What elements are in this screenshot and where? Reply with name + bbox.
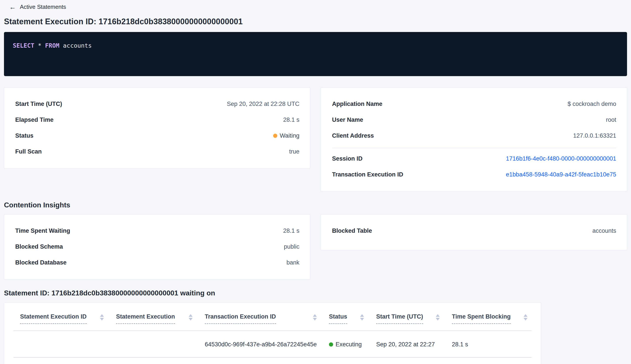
info-row-session-id: Session ID 1716b1f6-4e0c-f480-0000-00000…: [332, 155, 616, 162]
status-value: Waiting: [280, 132, 300, 140]
blocked-schema-label: Blocked Schema: [15, 243, 63, 250]
card-divider: [332, 148, 616, 148]
info-row-blocked-table: Blocked Table accounts: [332, 227, 616, 234]
full-scan-value: true: [289, 148, 300, 155]
elapsed-time-value: 28.1 s: [283, 116, 300, 124]
blocked-table-label: Blocked Table: [332, 227, 372, 234]
transaction-execution-id-label: Transaction Execution ID: [332, 171, 403, 178]
execution-summary-card: Start Time (UTC) Sep 20, 2022 at 22:28 U…: [4, 88, 310, 168]
back-arrow-icon: ←: [9, 4, 16, 10]
statement-execution-details-page: ← Active Statements Statement Execution …: [0, 0, 631, 364]
blocked-table-value: accounts: [592, 227, 616, 234]
sort-arrows-icon: [313, 313, 317, 320]
column-header-status[interactable]: Status: [329, 313, 376, 324]
column-header-start-time[interactable]: Start Time (UTC): [376, 313, 452, 324]
breadcrumb: ← Active Statements: [4, 0, 627, 10]
sql-statement-box: SELECT * FROM accounts: [4, 32, 627, 76]
session-id-link[interactable]: 1716b1f6-4e0c-f480-0000-000000000001: [506, 155, 616, 162]
time-spent-waiting-value: 28.1 s: [283, 227, 300, 234]
table-row: 64530d0c-969f-437e-a9b4-26a72245e45e Exe…: [4, 331, 541, 357]
transaction-execution-id-link[interactable]: e1bba458-5948-40a9-a42f-5feac1b10e75: [506, 171, 616, 178]
sort-arrows-icon: [360, 313, 364, 320]
column-header-label: Time Spent Blocking: [452, 313, 511, 324]
info-row-blocked-database: Blocked Database bank: [15, 259, 300, 266]
application-name-value: $ cockroach demo: [568, 100, 616, 108]
column-header-label: Start Time (UTC): [376, 313, 423, 324]
status-label: Status: [15, 132, 34, 140]
table-header-row: Statement Execution ID Statement Executi…: [4, 303, 541, 324]
blocked-database-label: Blocked Database: [15, 259, 67, 266]
column-header-label: Transaction Execution ID: [205, 313, 276, 324]
client-address-label: Client Address: [332, 132, 374, 140]
blocked-table-card: Blocked Table accounts: [321, 214, 627, 250]
cell-status: Executing: [329, 340, 376, 348]
client-address-value: 127.0.0.1:63321: [573, 132, 616, 140]
waiting-status-dot-icon: [273, 134, 277, 138]
sql-text: *: [34, 42, 45, 49]
sql-text: accounts: [59, 42, 92, 49]
contention-details-card: Time Spent Waiting 28.1 s Blocked Schema…: [4, 214, 310, 279]
info-row-full-scan: Full Scan true: [15, 148, 300, 155]
user-name-value: root: [606, 116, 616, 124]
info-row-client-address: Client Address 127.0.0.1:63321: [332, 132, 616, 140]
contention-insights-heading: Contention Insights: [4, 201, 627, 209]
column-header-statement-execution-id[interactable]: Statement Execution ID: [20, 313, 116, 324]
contention-cards-row: Time Spent Waiting 28.1 s Blocked Schema…: [4, 214, 627, 279]
column-header-label: Status: [329, 313, 347, 324]
info-row-user-name: User Name root: [332, 116, 616, 124]
info-row-start-time: Start Time (UTC) Sep 20, 2022 at 22:28 U…: [15, 100, 300, 108]
breadcrumb-label: Active Statements: [20, 4, 66, 10]
blocked-schema-value: public: [284, 243, 300, 250]
column-header-label: Statement Execution: [116, 313, 175, 324]
sql-keyword: FROM: [45, 42, 59, 49]
overview-cards-row: Start Time (UTC) Sep 20, 2022 at 22:28 U…: [4, 88, 627, 191]
status-value: Executing: [336, 340, 362, 348]
start-time-value: Sep 20, 2022 at 22:28 UTC: [227, 100, 300, 108]
session-details-card: Application Name $ cockroach demo User N…: [321, 88, 627, 191]
info-row-application-name: Application Name $ cockroach demo: [332, 100, 616, 108]
page-title: Statement Execution ID: 1716b218dc0b3838…: [4, 17, 627, 26]
user-name-label: User Name: [332, 116, 363, 124]
sort-arrows-icon: [189, 313, 192, 320]
status-badge: Waiting: [273, 132, 300, 140]
sort-arrows-icon: [100, 313, 104, 320]
cell-start-time: Sep 20, 2022 at 22:27: [376, 340, 452, 348]
time-spent-waiting-label: Time Spent Waiting: [15, 227, 70, 234]
elapsed-time-label: Elapsed Time: [15, 116, 54, 124]
session-id-label: Session ID: [332, 155, 362, 162]
column-header-time-spent-blocking[interactable]: Time Spent Blocking: [452, 313, 532, 324]
waiting-on-table-card: Statement Execution ID Statement Executi…: [4, 302, 541, 364]
column-header-transaction-execution-id[interactable]: Transaction Execution ID: [205, 313, 329, 324]
column-header-statement-execution[interactable]: Statement Execution: [116, 313, 205, 324]
full-scan-label: Full Scan: [15, 148, 42, 155]
cell-time-spent-blocking: 28.1 s: [452, 340, 532, 348]
status-badge: Executing: [329, 340, 362, 348]
blocked-database-value: bank: [286, 259, 300, 266]
info-row-time-spent-waiting: Time Spent Waiting 28.1 s: [15, 227, 300, 234]
start-time-label: Start Time (UTC): [15, 100, 62, 108]
application-name-label: Application Name: [332, 100, 382, 108]
sort-arrows-icon: [436, 313, 440, 320]
waiting-on-heading: Statement ID: 1716b218dc0b38380000000000…: [4, 289, 627, 297]
info-row-elapsed-time: Elapsed Time 28.1 s: [15, 116, 300, 124]
column-header-label: Statement Execution ID: [20, 313, 87, 324]
info-row-status: Status Waiting: [15, 132, 300, 140]
back-to-active-statements-link[interactable]: ← Active Statements: [9, 4, 66, 10]
sql-keyword: SELECT: [13, 42, 34, 49]
info-row-blocked-schema: Blocked Schema public: [15, 243, 300, 250]
info-row-transaction-execution-id: Transaction Execution ID e1bba458-5948-4…: [332, 171, 616, 178]
table-bottom-space: [4, 358, 541, 364]
sort-arrows-icon: [524, 313, 528, 320]
cell-transaction-execution-id: 64530d0c-969f-437e-a9b4-26a72245e45e: [205, 340, 329, 348]
executing-status-dot-icon: [329, 342, 333, 346]
